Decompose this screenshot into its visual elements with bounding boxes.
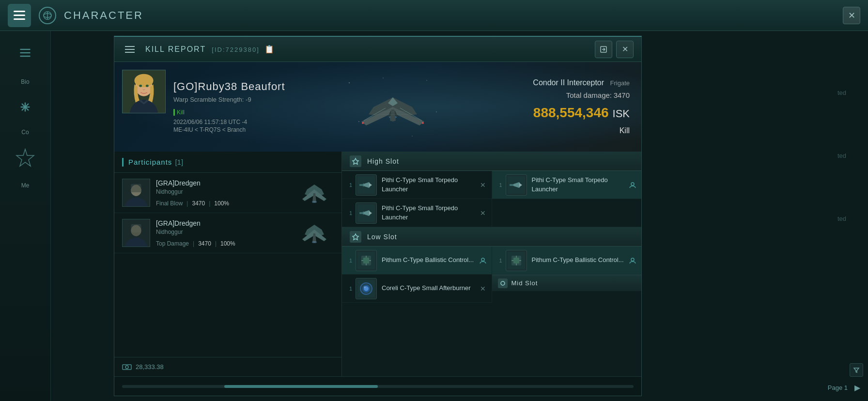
ballistic-control-icon-2 — [506, 250, 527, 271]
low-slot-item-2-name: Coreli C-Type Small Afterburner — [382, 284, 478, 293]
kill-header-right: Condor II Interceptor Frigate Total dama… — [501, 62, 641, 152]
svg-point-38 — [131, 225, 141, 236]
modal-id-text: [ID:7229380] — [212, 46, 259, 53]
kill-outcome: Kill — [620, 126, 630, 135]
kill-location: ME-4IU < T-RQ7S < Branch — [173, 126, 285, 133]
total-damage-label: Total damage: — [566, 91, 612, 99]
scroll-track[interactable] — [122, 385, 634, 388]
sidebar-member-label: Me — [21, 182, 30, 189]
close-top-button[interactable]: ✕ — [843, 7, 860, 24]
svg-point-25 — [412, 136, 413, 137]
copy-icon[interactable]: 📋 — [264, 45, 275, 53]
participant-name-1: [GRA]Dredgen — [156, 179, 289, 187]
torpedo-launcher-icon-3 — [506, 174, 527, 196]
low-slot-item-1-right-user-icon — [628, 256, 637, 265]
high-slot-item-1-right-name: Pithi C-Type Small Torpedo Launcher — [532, 176, 628, 193]
participant-avatar-1 — [122, 179, 150, 207]
svg-point-50 — [631, 183, 634, 185]
participant-item[interactable]: [GRA]Dredgen Nidhoggur Final Blow | 3470… — [114, 173, 341, 213]
mid-slot-icon — [498, 278, 508, 288]
high-slot-section: High Slot 1 — [342, 152, 641, 227]
participant-avatar-2 — [122, 219, 150, 247]
participants-header: Participants [1] — [114, 152, 341, 173]
ship-class: Frigate — [610, 79, 630, 87]
participant-name-2: [GRA]Dredgen — [156, 219, 289, 227]
participants-title: Participants — [128, 158, 172, 166]
svg-point-39 — [312, 241, 317, 243]
svg-marker-10 — [16, 149, 34, 166]
participant-item-2[interactable]: [GRA]Dredgen Nidhoggur Top Damage | 3470… — [114, 213, 341, 253]
hamburger-button[interactable] — [8, 4, 31, 27]
participant-ship-1: Nidhoggur — [156, 188, 289, 195]
participant-ship-img-1 — [295, 181, 334, 205]
high-slot-right-col: 1 Pithi C-Type Small Torpedo — [492, 171, 642, 227]
svg-point-34 — [131, 185, 141, 196]
modal-header: KILL REPORT [ID:7229380] 📋 ✕ — [114, 37, 641, 62]
ship-type-line: Condor II Interceptor Frigate — [533, 78, 630, 87]
participants-footer: 28,333.38 — [114, 357, 341, 376]
low-slot-item-1-user-icon — [478, 256, 488, 265]
high-slot-icon — [350, 155, 361, 167]
mid-slot-partial-header: Mid Slot — [492, 275, 642, 291]
high-slot-items: 1 Pithi — [342, 171, 641, 227]
participant-stats-2: Top Damage | 3470 | 100% — [156, 240, 289, 247]
participants-list: [GRA]Dredgen Nidhoggur Final Blow | 3470… — [114, 173, 341, 357]
page-label: Page 1 — [828, 384, 848, 391]
sidebar-menu-icon[interactable] — [13, 41, 37, 65]
slot-item-high-1[interactable]: 1 Pithi — [342, 171, 492, 199]
bg-text-3: ted — [837, 215, 846, 222]
modal-close-icon: ✕ — [622, 45, 628, 54]
svg-rect-49 — [510, 184, 513, 186]
kill-date: 2022/06/06 11:57:18 UTC -4 — [173, 119, 285, 125]
low-slot-header: Low Slot — [342, 227, 641, 247]
kill-badge-bar — [173, 109, 175, 116]
low-slot-title: Low Slot — [367, 233, 397, 241]
modal-close-button[interactable]: ✕ — [616, 41, 634, 58]
svg-point-22 — [358, 121, 359, 122]
sidebar-star-icon[interactable] — [12, 145, 39, 172]
svg-point-35 — [312, 201, 317, 203]
scroll-thumb[interactable] — [224, 385, 378, 388]
participants-panel: Participants [1] — [114, 152, 342, 376]
low-slot-left-col: 1 — [342, 247, 492, 303]
ship-image-area — [285, 62, 501, 152]
kill-header-info: [GO]Ruby38 Beaufort Warp Scramble Streng… — [173, 62, 285, 152]
isk-line: 888,554,346 ISK — [533, 102, 630, 121]
high-slot-left-col: 1 Pithi — [342, 171, 492, 227]
sidebar-combat-label: Co — [21, 129, 29, 136]
top-nav: CHARACTER ✕ — [0, 0, 868, 31]
slot-item-low-1[interactable]: 1 — [342, 247, 492, 275]
high-slot-header: High Slot — [342, 152, 641, 171]
high-slot-item-2-name: Pithi C-Type Small Torpedo Launcher — [382, 204, 478, 221]
slot-item-high-2[interactable]: 1 Pithi — [342, 199, 492, 227]
low-slot-icon — [350, 231, 361, 243]
low-slot-right-col: 1 — [492, 247, 642, 303]
participant-ship-2: Nidhoggur — [156, 229, 289, 235]
equipment-panel: High Slot 1 — [342, 152, 641, 376]
slot-item-low-2[interactable]: 1 — [342, 275, 492, 303]
bg-text-2: ted — [837, 152, 846, 159]
participant-stats-1: Final Blow | 3470 | 100% — [156, 200, 289, 207]
modal-hamburger-icon[interactable] — [122, 42, 138, 57]
mid-slot-title-partial: Mid Slot — [512, 279, 538, 287]
slot-item-low-1-right[interactable]: 1 — [492, 247, 642, 275]
export-button[interactable] — [595, 41, 612, 58]
participant-ship-img-2 — [295, 221, 334, 245]
sidebar-combat-icon[interactable] — [13, 95, 37, 119]
pilot-name: [GO]Ruby38 Beaufort — [173, 80, 285, 93]
svg-point-21 — [426, 80, 427, 81]
high-slot-item-1-close[interactable]: ✕ — [478, 180, 488, 190]
high-slot-item-2-close[interactable]: ✕ — [478, 208, 488, 218]
filter-button[interactable] — [850, 363, 863, 377]
next-page-button[interactable]: ▶ — [852, 382, 863, 393]
low-slot-item-2-close[interactable]: ✕ — [478, 284, 488, 293]
participants-bar-icon — [122, 158, 124, 167]
svg-rect-43 — [359, 184, 363, 186]
footer-value: 28,333.38 — [136, 363, 164, 370]
slot-item-high-1-right[interactable]: 1 Pithi C-Type Small Torpedo — [492, 171, 642, 199]
svg-point-73 — [501, 281, 505, 285]
svg-point-24 — [383, 77, 384, 78]
participants-count: [1] — [175, 158, 183, 166]
svg-point-17 — [134, 74, 153, 87]
torpedo-launcher-icon-2 — [356, 202, 377, 224]
